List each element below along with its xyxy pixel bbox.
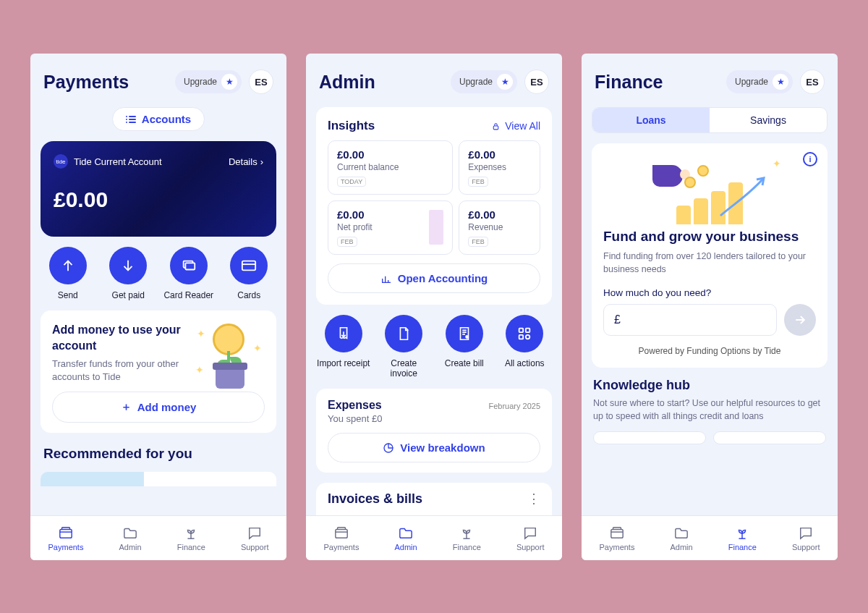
insight-net-profit[interactable]: £0.00 Net profit FEB — [328, 200, 453, 255]
currency-symbol: £ — [614, 313, 621, 326]
tab-finance[interactable]: Finance — [453, 525, 481, 551]
create-invoice-button[interactable] — [385, 315, 422, 352]
page-title: Payments — [43, 72, 129, 93]
plus-icon: ＋ — [121, 400, 132, 414]
card-reader-icon — [181, 258, 197, 274]
upgrade-button[interactable]: Upgrade ★ — [451, 70, 517, 93]
mini-bar-chart — [429, 210, 443, 245]
knowledge-hub-section: Knowledge hub Not sure where to start? U… — [592, 378, 827, 444]
svg-rect-6 — [519, 329, 524, 333]
fund-card: i ✦ Fund and grow your business Find fun… — [592, 143, 827, 368]
recommended-header: Recommended for you — [41, 443, 276, 462]
star-icon: ★ — [773, 74, 788, 90]
tab-payments[interactable]: Payments — [600, 525, 635, 551]
arrow-right-icon — [793, 313, 807, 327]
insights-title: Insights — [328, 119, 375, 133]
add-money-button[interactable]: ＋ Add money — [52, 392, 265, 423]
plant-coin-illustration: ✦ ✦ ✦ — [192, 322, 265, 383]
loans-savings-segment: Loans Savings — [592, 107, 827, 133]
svg-rect-11 — [611, 529, 623, 538]
upgrade-button[interactable]: Upgrade ★ — [175, 70, 242, 93]
knowledge-hub-card[interactable] — [713, 431, 826, 444]
arrow-up-icon — [60, 258, 76, 274]
open-accounting-button[interactable]: Open Accounting — [328, 263, 540, 293]
insight-revenue[interactable]: £0.00 Revenue FEB — [459, 200, 540, 255]
folder-icon — [673, 525, 689, 540]
list-icon — [126, 116, 136, 123]
tab-admin[interactable]: Admin — [119, 525, 141, 551]
accounts-label: Accounts — [142, 113, 191, 125]
svg-rect-4 — [493, 125, 498, 129]
create-bill-button[interactable] — [446, 315, 483, 352]
svg-rect-8 — [519, 335, 524, 339]
send-button[interactable] — [49, 247, 87, 284]
quick-actions: Send Get paid Card Reader — [41, 247, 276, 300]
funding-illustration: ✦ — [603, 155, 816, 224]
grid-icon — [516, 326, 532, 342]
tab-bar: Payments Admin Finance Support — [306, 515, 562, 560]
svg-rect-1 — [185, 263, 195, 269]
folder-icon — [122, 525, 138, 540]
invoices-bills-header[interactable]: Invoices & bills ⋮ — [316, 483, 552, 515]
tab-finance[interactable]: Finance — [728, 525, 757, 551]
star-icon: ★ — [221, 74, 237, 90]
insight-expenses[interactable]: £0.00 Expenses FEB — [459, 140, 540, 195]
avatar[interactable]: ES — [524, 69, 549, 94]
page-title: Admin — [319, 72, 375, 93]
svg-rect-10 — [336, 529, 347, 538]
balance-card[interactable]: tide Tide Current Account Details › £0.0… — [41, 141, 276, 237]
add-money-card: Add money to use your account Transfer f… — [41, 310, 276, 433]
wallet-icon — [609, 525, 625, 540]
tab-support[interactable]: Support — [792, 525, 820, 551]
get-paid-button[interactable] — [109, 247, 147, 284]
view-all-link[interactable]: View All — [491, 120, 540, 132]
knowledge-hub-card[interactable] — [593, 431, 706, 444]
tab-bar: Payments Admin Finance Support — [582, 515, 838, 560]
svg-rect-3 — [60, 529, 72, 538]
tab-finance[interactable]: Finance — [177, 525, 205, 551]
bill-icon — [456, 326, 472, 342]
lock-icon — [491, 122, 501, 131]
svg-point-9 — [526, 335, 530, 339]
chevron-right-icon: › — [260, 156, 263, 167]
recommended-carousel[interactable] — [41, 472, 276, 486]
chat-icon — [522, 525, 538, 540]
arrow-down-icon — [120, 258, 136, 274]
import-receipt-button[interactable] — [325, 315, 362, 352]
tab-payments[interactable]: Payments — [324, 525, 359, 551]
wallet-icon — [58, 525, 74, 540]
avatar[interactable]: ES — [249, 69, 273, 94]
svg-rect-7 — [526, 329, 530, 333]
segment-savings[interactable]: Savings — [710, 108, 827, 132]
tab-support[interactable]: Support — [241, 525, 269, 551]
submit-amount-button[interactable] — [784, 304, 816, 336]
chat-icon — [798, 525, 814, 540]
pie-chart-icon — [383, 442, 394, 454]
cards-button[interactable] — [230, 247, 268, 284]
all-actions-button[interactable] — [506, 315, 543, 352]
bar-chart-icon — [380, 274, 392, 284]
card-icon — [241, 258, 257, 273]
page-title: Finance — [595, 72, 663, 93]
balance-value: £0.00 — [54, 187, 263, 212]
plant-icon — [183, 525, 199, 540]
more-icon[interactable]: ⋮ — [527, 496, 540, 502]
upgrade-label: Upgrade — [184, 77, 217, 87]
tab-support[interactable]: Support — [516, 525, 545, 551]
card-reader-button[interactable] — [170, 247, 208, 284]
amount-input[interactable]: £ — [603, 304, 777, 336]
details-link[interactable]: Details › — [229, 156, 263, 167]
segment-loans[interactable]: Loans — [592, 108, 710, 132]
admin-screen: Admin Upgrade ★ ES Insights View All — [306, 54, 562, 560]
upgrade-button[interactable]: Upgrade ★ — [726, 70, 793, 93]
accounts-selector[interactable]: Accounts — [112, 107, 205, 131]
insight-current-balance[interactable]: £0.00 Current balance TODAY — [328, 140, 453, 195]
insights-panel: Insights View All £0.00 Current balance … — [316, 107, 552, 305]
folder-icon — [398, 525, 414, 540]
avatar[interactable]: ES — [800, 69, 825, 94]
tab-payments[interactable]: Payments — [48, 525, 84, 551]
tab-admin[interactable]: Admin — [670, 525, 692, 551]
view-breakdown-button[interactable]: View breakdown — [328, 433, 540, 462]
chat-icon — [247, 525, 263, 540]
tab-admin[interactable]: Admin — [394, 525, 417, 551]
